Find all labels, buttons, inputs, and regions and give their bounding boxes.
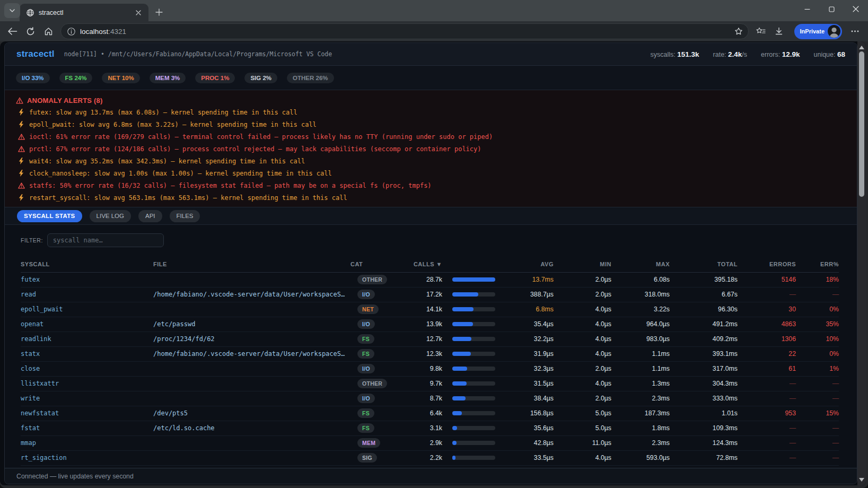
cell-bar: [442, 376, 501, 391]
col-errors[interactable]: ERRORS: [738, 254, 796, 272]
favorites-button[interactable]: [752, 23, 770, 40]
back-button[interactable]: [3, 23, 21, 40]
cell-bar: [442, 435, 501, 450]
cell-avg: 156.8µs: [501, 406, 554, 421]
cell-bar: [442, 421, 501, 435]
close-icon: [853, 6, 859, 12]
cell-errpct: 0%: [796, 302, 839, 317]
table-row[interactable]: mmapMEM2.9k42.8µs11.0µs2.3ms124.3ms——: [21, 435, 839, 450]
cell-max: 1.3ms: [611, 376, 670, 391]
calls-bar-fill: [452, 441, 457, 445]
col-syscall[interactable]: SYSCALL: [21, 254, 153, 272]
home-button[interactable]: [39, 23, 57, 40]
cell-avg: 32.3µs: [501, 361, 554, 376]
refresh-button[interactable]: [21, 23, 39, 40]
col-calls[interactable]: CALLS ▼: [398, 254, 442, 272]
calls-bar-track: [452, 396, 495, 400]
calls-bar-fill: [452, 381, 467, 386]
table-row[interactable]: newfstatat/dev/pts5FS6.4k156.8µs5.0µs187…: [21, 406, 839, 421]
browser-window: stracectl: [0, 0, 868, 488]
col-total[interactable]: TOTAL: [670, 254, 738, 272]
tab-close-button[interactable]: [134, 8, 143, 18]
url-text: localhost:4321: [80, 28, 734, 36]
cell-bar: [442, 287, 501, 302]
col-avg[interactable]: AVG: [501, 254, 554, 272]
downloads-button[interactable]: [770, 23, 788, 40]
alert-text: futex: slow avg 13.7ms (max 6.08s) — ker…: [29, 109, 297, 116]
cell-min: 5.0µs: [554, 421, 611, 435]
col-errpct[interactable]: ERR%: [796, 254, 839, 272]
cell-min: 2.0µs: [554, 287, 611, 302]
lightning-icon: [17, 170, 25, 177]
browser-menu-button[interactable]: [846, 23, 864, 40]
scrollbar-down-arrow[interactable]: [857, 477, 866, 482]
table-row[interactable]: rt_sigactionSIG2.2k33.5µs4.0µs593.0µs72.…: [21, 450, 839, 465]
cell-errpct: —: [796, 391, 839, 406]
col-min[interactable]: MIN: [554, 254, 611, 272]
table-row[interactable]: llistxattrOTHER9.7k31.5µs4.0µs1.3ms304.3…: [21, 376, 839, 391]
cell-syscall: fstat: [21, 421, 153, 435]
browser-tab[interactable]: stracectl: [20, 4, 148, 21]
cell-max: 1.1ms: [611, 346, 670, 361]
calls-bar-fill: [452, 277, 495, 282]
filter-label: FILTER:: [21, 237, 43, 243]
header-stat-errors: errors: 12.9k: [761, 50, 800, 58]
table-row[interactable]: closeI/O9.8k32.3µs2.0µs1.1ms317.0ms611%: [21, 361, 839, 376]
inprivate-badge[interactable]: InPrivate: [794, 24, 842, 39]
table-row[interactable]: epoll_pwaitNET14.1k6.8ms4.0µs3.22s96.30s…: [21, 302, 839, 317]
col-max[interactable]: MAX: [611, 254, 670, 272]
table-row[interactable]: futexOTHER28.7k13.7ms2.0µs6.08s395.18s51…: [21, 272, 839, 287]
tab-files[interactable]: FILES: [170, 210, 200, 222]
favorite-star-button[interactable]: [734, 27, 743, 36]
table-row[interactable]: writeI/O8.7k38.4µs2.0µs2.3ms333.0ms——: [21, 391, 839, 406]
cell-max: 1.8ms: [611, 421, 670, 435]
cell-avg: 32.2µs: [501, 332, 554, 346]
table-row[interactable]: readlink/proc/1234/fd/62FS12.7k32.2µs4.0…: [21, 332, 839, 346]
minimize-button[interactable]: [795, 0, 819, 18]
category-badge: SIG: [357, 453, 377, 463]
close-window-button[interactable]: [844, 0, 868, 18]
anomaly-alerts-panel: ANOMALY ALERTS (8) futex: slow avg 13.7m…: [5, 90, 857, 207]
minimize-icon: [804, 6, 810, 12]
cell-errpct: —: [796, 376, 839, 391]
col-file[interactable]: FILE: [153, 254, 350, 272]
cell-max: 6.08s: [611, 272, 670, 287]
tab-syscall-stats[interactable]: SYSCALL STATS: [17, 210, 82, 222]
cell-syscall: newfstatat: [21, 406, 153, 421]
address-bar[interactable]: localhost:4321: [60, 23, 749, 39]
cell-cat: I/O: [350, 391, 398, 406]
col-cat[interactable]: CAT: [350, 254, 398, 272]
person-icon: [828, 25, 840, 38]
cell-bar: [442, 391, 501, 406]
cell-min: 4.0µs: [554, 317, 611, 332]
alert-item: clock_nanosleep: slow avg 1.00s (max 1.0…: [16, 167, 845, 179]
scrollbar-up-arrow[interactable]: [857, 45, 866, 50]
category-badge: MEM: [357, 438, 380, 448]
tab-api[interactable]: API: [138, 210, 162, 222]
star-icon: [734, 27, 743, 36]
cell-calls: 9.8k: [398, 361, 442, 376]
category-pill-io: I/O 33%: [16, 73, 50, 83]
col-calls-label: CALLS: [414, 261, 434, 267]
scrollbar-thumb[interactable]: [859, 51, 864, 197]
header-stats: syscalls: 151.3krate: 2.4k/serrors: 12.9…: [651, 50, 845, 58]
table-row[interactable]: fstat/etc/ld.so.cacheFS3.1k35.6µs5.0µs1.…: [21, 421, 839, 435]
cell-errpct: —: [796, 450, 839, 465]
process-info: node[711] • /mnt/c/Users/Fabiano/AppData…: [64, 50, 651, 58]
stracectl-app: stracectl node[711] • /mnt/c/Users/Fabia…: [4, 42, 857, 484]
table-row[interactable]: openat/etc/passwdI/O13.9k35.4µs4.0µs964.…: [21, 317, 839, 332]
cell-calls: 3.1k: [398, 421, 442, 435]
calls-bar-track: [452, 367, 495, 371]
calls-bar-fill: [452, 456, 455, 460]
table-row[interactable]: statx/home/fabiano/.vscode-server/data/U…: [21, 346, 839, 361]
cell-errpct: 0%: [796, 346, 839, 361]
new-tab-button[interactable]: [152, 5, 166, 20]
page-scrollbar[interactable]: [857, 41, 866, 485]
maximize-button[interactable]: [819, 0, 844, 18]
table-row[interactable]: read/home/fabiano/.vscode-server/data/Us…: [21, 287, 839, 302]
filter-input[interactable]: [47, 233, 164, 247]
cell-max: 964.0µs: [611, 317, 670, 332]
tab-search-button[interactable]: [4, 3, 20, 18]
tab-live-log[interactable]: LIVE LOG: [90, 210, 131, 222]
category-badge: FS: [357, 408, 374, 418]
